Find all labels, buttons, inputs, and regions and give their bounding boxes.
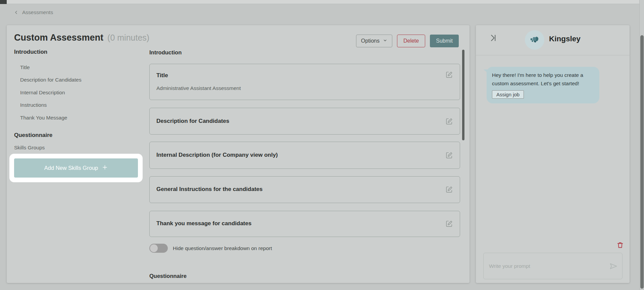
nav-item-title[interactable]: Title (20, 64, 30, 70)
nav-item-skills-groups[interactable]: Skills Groups (14, 145, 45, 151)
edit-internal-description-button[interactable] (445, 151, 453, 160)
content-scrollbar-thumb[interactable] (462, 50, 464, 140)
assessment-duration: (0 minutes) (107, 33, 149, 43)
hide-breakdown-toggle[interactable] (149, 244, 168, 253)
edit-icon (445, 75, 453, 80)
app-screen: Assessments Custom Assessment (0 minutes… (0, 0, 644, 290)
questionnaire-section-heading: Questionnaire (149, 273, 187, 279)
edit-description-button[interactable] (445, 117, 453, 126)
card-general-instructions: General Instructions for the candidates (149, 176, 460, 203)
assistant-name: Kingsley (549, 35, 581, 43)
card-description-for-candidates: Description for Candidates (149, 108, 460, 135)
nav-heading-questionnaire: Questionnaire (14, 132, 52, 139)
send-button[interactable] (609, 261, 618, 271)
chevron-down-icon (383, 38, 387, 44)
browser-chrome-edge (0, 0, 644, 4)
window-corner (0, 0, 7, 4)
send-icon (609, 267, 618, 272)
submit-button[interactable]: Submit (430, 35, 459, 47)
window-scrollbar[interactable] (639, 0, 644, 290)
options-button-label: Options (361, 38, 380, 44)
card-title-label: Title (156, 72, 168, 79)
breadcrumb-label: Assessments (22, 9, 53, 15)
plus-icon (102, 164, 108, 172)
add-skills-group-label: Add New Skills Group (44, 165, 98, 171)
collapse-panel-button[interactable] (488, 33, 498, 43)
trash-icon (616, 245, 624, 250)
kingsley-logo-icon (529, 34, 540, 46)
card-internal-description: Internal Description (for Company view o… (149, 142, 460, 169)
breadcrumb-back-link[interactable]: Assessments (13, 9, 53, 15)
clear-chat-button[interactable] (616, 241, 624, 249)
prompt-input-container (483, 253, 623, 279)
edit-icon (445, 121, 453, 126)
assistant-chat-bubble: Hey there! I'm here to help you create a… (487, 67, 599, 103)
nav-item-internal-description[interactable]: Internal Description (20, 90, 65, 96)
edit-thank-you-button[interactable] (445, 220, 453, 229)
card-title-value: Administrative Assistant Assessment (156, 85, 241, 91)
panel-divider (476, 55, 630, 55)
options-button[interactable]: Options (356, 35, 392, 47)
card-thank-you-message: Thank you message for candidates (149, 211, 460, 237)
page-title: Custom Assessment (14, 33, 103, 43)
card-general-instructions-label: General Instructions for the candidates (156, 186, 262, 193)
toggle-thumb (150, 244, 158, 252)
card-internal-description-label: Internal Description (for Company view o… (156, 152, 278, 158)
assign-job-button[interactable]: Assign job (492, 90, 524, 99)
edit-general-instructions-button[interactable] (445, 186, 453, 194)
edit-icon (445, 189, 453, 194)
hide-breakdown-label: Hide question/answer breakdown on report (173, 245, 272, 251)
nav-item-thank-you-message[interactable]: Thank You Message (20, 115, 67, 121)
page-title-row: Custom Assessment (0 minutes) (14, 33, 149, 43)
assistant-message: Hey there! I'm here to help you create a… (492, 71, 594, 88)
hide-breakdown-row: Hide question/answer breakdown on report (149, 244, 272, 253)
header-actions: Options Delete Submit (356, 35, 459, 47)
assistant-avatar (525, 30, 544, 50)
edit-title-button[interactable] (445, 71, 453, 80)
chevron-left-icon (13, 10, 19, 15)
content-section-heading: Introduction (149, 49, 182, 56)
assign-job-label: Assign job (496, 92, 519, 97)
add-skills-group-highlight: Add New Skills Group (9, 154, 143, 182)
edit-icon (445, 155, 453, 160)
card-description-label: Description for Candidates (156, 118, 229, 125)
skip-right-icon (488, 39, 498, 44)
delete-button[interactable]: Delete (397, 35, 425, 47)
delete-button-label: Delete (403, 38, 419, 44)
assistant-panel: Kingsley Hey there! I'm here to help you… (476, 25, 630, 283)
edit-icon (445, 224, 453, 229)
window-scrollbar-thumb[interactable] (640, 35, 644, 289)
nav-heading-introduction: Introduction (14, 49, 47, 55)
add-skills-group-button[interactable]: Add New Skills Group (14, 158, 138, 178)
nav-item-instructions[interactable]: Instructions (20, 102, 47, 108)
card-title: Title Administrative Assistant Assessmen… (149, 64, 460, 100)
nav-item-description-for-candidates[interactable]: Description for Candidates (20, 77, 82, 83)
prompt-input[interactable] (484, 253, 622, 279)
card-thank-you-label: Thank you message for candidates (156, 220, 251, 227)
submit-button-label: Submit (436, 38, 453, 44)
assessment-editor-panel: Custom Assessment (0 minutes) Options De… (7, 25, 469, 283)
